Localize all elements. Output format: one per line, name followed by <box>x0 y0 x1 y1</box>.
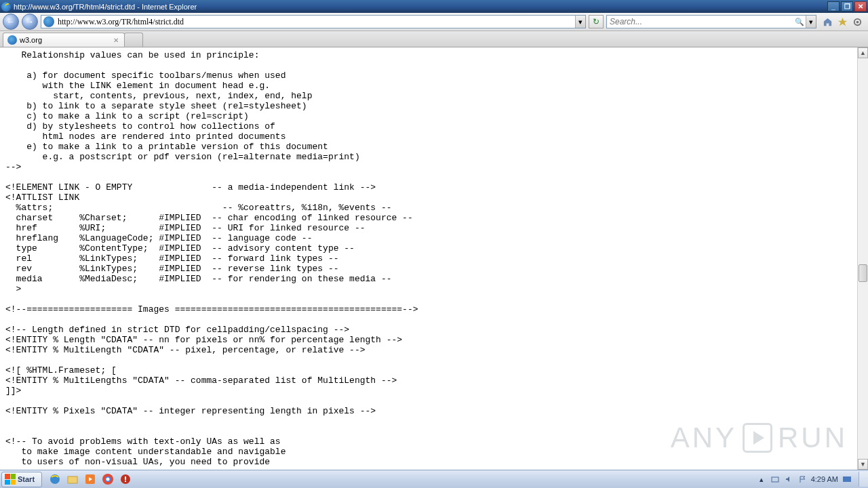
tray-action-icon[interactable] <box>770 474 780 484</box>
back-button[interactable]: ← <box>3 14 19 30</box>
vertical-scrollbar[interactable]: ▲ ▼ <box>857 47 868 470</box>
page-content: Relationship values can be used in princ… <box>0 47 857 470</box>
address-bar[interactable]: ▾ <box>41 15 586 28</box>
tray-network-icon[interactable] <box>842 474 852 484</box>
tab-close-icon[interactable]: ✕ <box>112 36 120 44</box>
search-input[interactable] <box>607 17 793 26</box>
browser-toolbar: ← → ▾ ↻ 🔍 ▾ <box>0 13 868 31</box>
home-icon[interactable] <box>822 16 833 27</box>
search-bar[interactable]: 🔍 ▾ <box>606 15 816 28</box>
start-label: Start <box>18 475 35 483</box>
ie-icon <box>1 2 11 12</box>
tab-label: w3.org <box>20 36 109 44</box>
tray-flag-icon[interactable] <box>797 474 807 484</box>
taskbar-ie-icon[interactable] <box>47 472 62 487</box>
tray-volume-icon[interactable] <box>784 474 793 484</box>
taskbar-chrome-icon[interactable] <box>100 472 115 487</box>
taskbar-app-icon[interactable] <box>118 472 133 487</box>
search-go-icon[interactable]: 🔍 <box>793 16 806 28</box>
svg-point-1 <box>856 20 859 23</box>
favorites-icon[interactable] <box>837 16 848 27</box>
taskbar-media-icon[interactable] <box>83 472 98 487</box>
start-button[interactable]: Start <box>1 472 42 487</box>
site-icon <box>43 16 54 27</box>
address-dropdown[interactable]: ▾ <box>575 16 585 28</box>
tab-favicon-icon <box>7 35 17 45</box>
search-dropdown[interactable]: ▾ <box>806 16 816 28</box>
maximize-button[interactable]: ❐ <box>841 1 853 12</box>
window-titlebar: http://www.w3.org/TR/html4/strict.dtd - … <box>0 0 868 13</box>
svg-rect-9 <box>125 476 126 480</box>
svg-rect-3 <box>68 476 77 483</box>
taskbar: Start ▴ 4:29 AM <box>0 470 868 488</box>
show-desktop-button[interactable] <box>859 472 868 487</box>
refresh-button[interactable]: ↻ <box>589 15 604 28</box>
address-input[interactable] <box>56 17 575 27</box>
windows-logo-icon <box>5 474 16 485</box>
tray-expand-icon[interactable]: ▴ <box>757 474 766 484</box>
close-button[interactable]: ✕ <box>854 1 867 12</box>
new-tab-button[interactable] <box>124 33 143 47</box>
tab-w3org[interactable]: w3.org ✕ <box>3 33 125 47</box>
system-tray: ▴ 4:29 AM <box>753 474 856 484</box>
svg-rect-11 <box>772 477 778 482</box>
window-controls: _ ❐ ✕ <box>827 1 867 12</box>
tools-icon[interactable] <box>852 16 863 27</box>
tray-clock[interactable]: 4:29 AM <box>811 475 838 483</box>
forward-button[interactable]: → <box>22 14 38 30</box>
svg-rect-10 <box>125 481 126 482</box>
scroll-up-button[interactable]: ▲ <box>858 47 868 58</box>
scroll-down-button[interactable]: ▼ <box>858 459 868 470</box>
taskbar-apps <box>47 472 133 487</box>
minimize-button[interactable]: _ <box>827 1 840 12</box>
page-viewport: Relationship values can be used in princ… <box>0 47 857 470</box>
svg-rect-12 <box>843 476 851 482</box>
taskbar-explorer-icon[interactable] <box>65 472 80 487</box>
svg-point-7 <box>106 478 110 481</box>
scroll-thumb[interactable] <box>859 264 867 282</box>
toolbar-icons <box>819 16 865 27</box>
window-title: http://www.w3.org/TR/html4/strict.dtd - … <box>14 3 827 11</box>
tab-bar: w3.org ✕ <box>0 31 868 47</box>
